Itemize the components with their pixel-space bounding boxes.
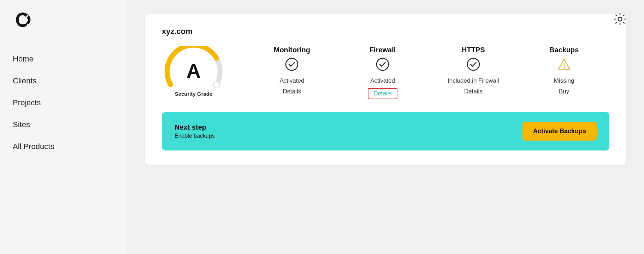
backups-status: Missing [554, 77, 574, 84]
sidebar-item-all-products[interactable]: All Products [0, 136, 127, 158]
monitoring-title: Monitoring [274, 46, 310, 54]
backups-warning-icon [557, 58, 571, 74]
https-title: HTTPS [462, 46, 485, 54]
firewall-check-icon [376, 58, 389, 74]
svg-point-3 [286, 58, 298, 70]
brand-logo-icon [13, 10, 33, 30]
main-content: xyz.com A Security Grad [127, 0, 644, 254]
activate-backups-button[interactable]: Activate Backups [522, 122, 597, 141]
firewall-title: Firewall [370, 46, 396, 54]
firewall-column: Firewall Activated Details [354, 46, 411, 99]
svg-text:A: A [187, 60, 201, 82]
svg-point-4 [377, 58, 389, 70]
https-column: HTTPS Included in Firewall Details [445, 46, 502, 99]
monitoring-details-link[interactable]: Details [283, 88, 301, 95]
backups-column: Backups Missing Buy [536, 46, 592, 99]
security-row: A Security Grade Monitoring Activ [162, 46, 609, 99]
logo[interactable] [0, 10, 127, 48]
https-details-link[interactable]: Details [464, 88, 483, 95]
status-columns: Monitoring Activated Details Firewall [247, 46, 609, 99]
sidebar-navigation: Home Clients Projects Sites All Products [0, 48, 127, 158]
svg-point-7 [563, 67, 565, 68]
sidebar-item-projects[interactable]: Projects [0, 92, 127, 114]
firewall-status: Activated [370, 77, 395, 84]
security-gauge: A Security Grade [162, 46, 225, 98]
https-status: Included in Firewall [448, 77, 499, 84]
svg-point-1 [213, 82, 220, 88]
backups-title: Backups [549, 46, 579, 54]
monitoring-check-icon [285, 58, 299, 74]
sidebar: Home Clients Projects Sites All Products [0, 0, 127, 254]
next-step-title: Next step [175, 123, 215, 131]
backups-buy-link[interactable]: Buy [559, 88, 569, 95]
gauge-svg: A [164, 46, 224, 88]
site-domain: xyz.com [162, 27, 609, 36]
gauge-label: Security Grade [175, 90, 213, 98]
sidebar-item-sites[interactable]: Sites [0, 114, 127, 136]
svg-point-0 [618, 17, 622, 21]
svg-point-5 [467, 58, 479, 70]
firewall-details-box: Details [368, 88, 397, 99]
gear-icon [614, 13, 626, 25]
sidebar-item-clients[interactable]: Clients [0, 70, 127, 92]
next-step-text: Next step Enable backups [175, 123, 215, 139]
gauge-visual: A [164, 46, 224, 88]
sidebar-item-home[interactable]: Home [0, 48, 127, 70]
https-check-icon [467, 58, 480, 74]
site-card: xyz.com A Security Grad [145, 14, 626, 165]
monitoring-status: Activated [279, 77, 304, 84]
next-step-subtitle: Enable backups [175, 133, 215, 139]
settings-button[interactable] [614, 13, 626, 27]
monitoring-column: Monitoring Activated Details [264, 46, 320, 99]
next-step-banner: Next step Enable backups Activate Backup… [162, 112, 609, 150]
firewall-details-link[interactable]: Details [373, 90, 392, 97]
